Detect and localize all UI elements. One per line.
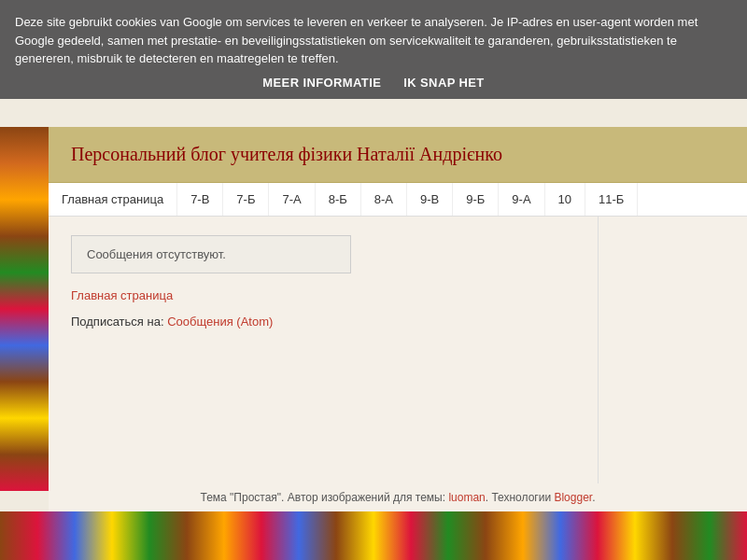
subscribe-atom-link[interactable]: Сообщения (Atom) [167, 315, 273, 329]
more-info-link[interactable]: MEER INFORMATIE [262, 76, 381, 90]
page-container: Персональний блог учителя фізики Наталії… [49, 127, 747, 511]
footer-period: . [592, 491, 595, 504]
cookie-text: Deze site gebruikt cookies van Google om… [15, 13, 732, 68]
bookshelf-bottom [0, 511, 747, 560]
nav-item-8a[interactable]: 8-А [361, 183, 407, 216]
footer-text-before: Тема "Простая". Автор изображений для те… [201, 491, 449, 504]
content-area: Сообщения отсутствуют. Главная страница … [49, 217, 747, 511]
nav-item-home[interactable]: Главная страница [49, 183, 177, 216]
subscribe-section: Подписаться на: Сообщения (Atom) [71, 315, 273, 329]
nav-item-7b[interactable]: 7-Б [223, 183, 269, 216]
main-content: Сообщения отсутствуют. Главная страница … [49, 217, 598, 511]
accept-link[interactable]: IK SNAP HET [403, 76, 484, 90]
blogger-link[interactable]: Blogger [554, 491, 592, 504]
bookshelf-left [0, 127, 49, 491]
nav-item-9v[interactable]: 9-В [407, 183, 453, 216]
nav-item-7a[interactable]: 7-А [269, 183, 315, 216]
nav-item-8b[interactable]: 8-Б [316, 183, 361, 216]
luoman-link[interactable]: luoman [448, 491, 485, 504]
cookie-banner: Deze site gebruikt cookies van Google om… [0, 0, 747, 99]
no-posts-message: Сообщения отсутствуют. [71, 235, 351, 273]
sidebar [598, 217, 747, 511]
nav-item-7v[interactable]: 7-В [177, 183, 223, 216]
footer: Тема "Простая". Автор изображений для те… [49, 483, 747, 511]
footer-text-after: . Технологии [486, 491, 555, 504]
subscribe-prefix: Подписаться на: [71, 315, 167, 329]
nav-item-11b[interactable]: 11-Б [585, 183, 638, 216]
home-link[interactable]: Главная страница [71, 288, 575, 302]
site-title: Персональний блог учителя фізики Наталії… [71, 144, 725, 165]
navigation: Главная страница 7-В 7-Б 7-А 8-Б 8-А 9-В… [49, 183, 747, 217]
nav-item-9b[interactable]: 9-Б [453, 183, 499, 216]
site-header: Персональний блог учителя фізики Наталії… [49, 127, 747, 183]
nav-item-9a[interactable]: 9-А [499, 183, 544, 216]
nav-item-10[interactable]: 10 [545, 183, 585, 216]
cookie-actions: MEER INFORMATIE IK SNAP HET [15, 76, 732, 90]
